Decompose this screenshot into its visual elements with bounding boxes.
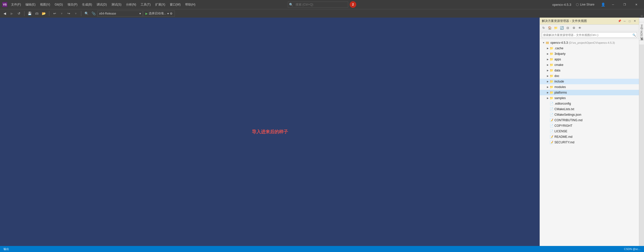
startup-settings-icon: ⚙ [170, 12, 173, 15]
root-chevron: ▼ [542, 41, 545, 45]
tree-item-readme[interactable]: 📝 README.md [540, 134, 639, 140]
tree-item-3rdparty[interactable]: ▶ 📁 3rdparty [540, 51, 639, 57]
tree-item-contributing[interactable]: 📝 CONTRIBUTING.md [540, 117, 639, 123]
panel-search-input[interactable] [542, 33, 632, 36]
menu-edit[interactable]: 编辑(E) [23, 2, 37, 8]
tree-item-modules[interactable]: ▶ 📁 modules [540, 84, 639, 90]
sidebar-tab-properties[interactable]: 属性 [639, 40, 644, 45]
panel-view-button[interactable]: 👁 [577, 25, 583, 31]
menu-help[interactable]: 帮助(H) [183, 2, 197, 8]
editor-area: 导入进来后的样子 [0, 18, 540, 246]
redo-dropdown[interactable]: ▾ [72, 10, 79, 17]
panel-folder-button[interactable]: 📁 [553, 25, 558, 31]
tree-item-apps[interactable]: ▶ 📁 apps [540, 57, 639, 62]
panel-pin-button[interactable]: 📌 [617, 19, 622, 23]
panel-collapse-button[interactable]: ⊟ [565, 25, 571, 31]
menu-build[interactable]: 生成(B) [80, 2, 94, 8]
tree-item-cache[interactable]: ▶ 📁 .cache [540, 46, 639, 51]
readme-file-icon: 📝 [549, 135, 553, 139]
main-area: 导入进来后的样子 解决方案资源管理器 - 文件夹视图 📌 ─ □ ✕ ↻ 🏠 📁… [0, 18, 644, 246]
config-dropdown[interactable]: x64-Release ▾ [97, 11, 143, 17]
panel-close-button[interactable]: ✕ [632, 19, 637, 23]
maximize-button[interactable]: ❐ [619, 0, 630, 9]
play-icon: ▶ [145, 12, 148, 15]
doc-chevron: ▶ [546, 74, 549, 78]
close-button[interactable]: ✕ [630, 0, 642, 9]
tree-item-platforms[interactable]: ▶ 📁 platforms [540, 90, 639, 95]
menu-tools[interactable]: 工具(T) [139, 2, 152, 8]
panel-settings-button[interactable]: ⚙ [571, 25, 577, 31]
tree-item-include[interactable]: ▶ 📁 include [540, 79, 639, 84]
menu-file[interactable]: 文件(F) [9, 2, 23, 8]
modules-chevron: ▶ [546, 85, 549, 89]
tree-item-cmake[interactable]: ▶ 📁 cmake [540, 62, 639, 68]
attach-button[interactable]: 📎 [90, 10, 97, 17]
apps-label: apps [554, 58, 561, 61]
redo-button[interactable]: ↪ [65, 10, 72, 17]
tree-item-license[interactable]: 📄 LICENSE [540, 129, 639, 134]
output-tab[interactable]: 输出 [3, 247, 10, 251]
apps-folder-icon: 📁 [549, 57, 553, 61]
security-spacer [546, 141, 549, 144]
global-search-box[interactable]: 🔍 [288, 2, 348, 8]
tree-item-cmakesettings[interactable]: 📄 CMakeSettings.json [540, 112, 639, 117]
menu-window[interactable]: 窗口(W) [168, 2, 183, 8]
search-in-file-button[interactable]: 🔍 [83, 10, 90, 17]
undo-button[interactable]: ↩ [51, 10, 58, 17]
tree-root[interactable]: ▼ opencv-4.5.3 (D:\vs_project\OpenCV\ope… [540, 40, 639, 46]
panel-maximize-button[interactable]: □ [627, 19, 632, 23]
include-label: include [554, 80, 564, 83]
status-left: 输出 [3, 247, 10, 251]
run-group: 🔍 📎 x64-Release ▾ ▶ 选择启动项... ▾ ⚙ [83, 10, 175, 17]
samples-chevron: ▶ [546, 96, 549, 100]
save-all-button[interactable]: 🗃 [33, 10, 40, 17]
panel-home-button[interactable]: 🏠 [547, 25, 552, 31]
menu-analyze[interactable]: 分析(N) [124, 2, 138, 8]
refresh-button[interactable]: ↺ [16, 10, 22, 17]
panel-refresh-button[interactable]: 🔄 [559, 25, 565, 31]
menu-bar: 文件(F) 编辑(E) 视图(V) Git(G) 项目(P) 生成(B) 调试(… [9, 2, 552, 8]
sidebar-tab-toolbox[interactable]: 工具箱 [639, 18, 644, 22]
forward-button[interactable]: ▶ [9, 10, 15, 17]
doc-folder-icon: 📁 [549, 74, 553, 78]
samples-folder-icon: 📁 [549, 96, 553, 100]
minimize-button[interactable]: ─ [607, 0, 619, 9]
global-search-input[interactable] [294, 3, 348, 6]
tree-item-data[interactable]: ▶ 📁 data [540, 68, 639, 73]
startup-button[interactable]: ▶ 选择启动项... ▾ ⚙ [143, 11, 175, 17]
open-file-button[interactable]: 📂 [41, 10, 47, 17]
sidebar-tab-csdn[interactable]: CSDN @sc [639, 22, 644, 40]
menu-git[interactable]: Git(G) [53, 2, 65, 7]
cmakelists-spacer [546, 107, 549, 111]
tree-item-samples[interactable]: ▶ 📁 samples [540, 95, 639, 101]
menu-debug[interactable]: 调试(D) [95, 2, 109, 8]
panel-minimize-button[interactable]: ─ [622, 19, 627, 23]
tree-item-security[interactable]: 📝 SECURITY.md [540, 140, 639, 145]
license-spacer [546, 130, 549, 133]
tree-item-editorconfig[interactable]: 📄 .editorconfig [540, 101, 639, 106]
menu-extensions[interactable]: 扩展(X) [153, 2, 167, 8]
live-share-button[interactable]: ⬡ Live Share [573, 2, 597, 8]
security-label: SECURITY.md [554, 141, 574, 144]
notification-badge[interactable]: 2 [350, 1, 356, 8]
samples-label: samples [554, 96, 566, 100]
status-csdn[interactable]: CSDN @sc... [623, 247, 641, 250]
tree-item-doc[interactable]: ▶ 📁 doc [540, 73, 639, 79]
contributing-spacer [546, 118, 549, 122]
tree-item-copyright[interactable]: 📄 COPYRIGHT [540, 123, 639, 129]
undo-dropdown[interactable]: ▾ [58, 10, 65, 17]
account-button[interactable]: 👤 [599, 2, 607, 8]
save-button[interactable]: 💾 [26, 10, 33, 17]
menu-project[interactable]: 项目(P) [65, 2, 79, 8]
data-label: data [554, 69, 560, 72]
data-chevron: ▶ [546, 69, 549, 72]
cmake-label: cmake [554, 63, 563, 67]
panel-sync-button[interactable]: ↻ [541, 25, 546, 31]
tree-item-cmakelists[interactable]: 📄 CMakeLists.txt [540, 106, 639, 112]
cmakesettings-label: CMakeSettings.json [554, 113, 581, 116]
menu-view[interactable]: 视图(V) [38, 2, 52, 8]
back-button[interactable]: ◀ [2, 10, 8, 17]
panel-search-input-wrapper[interactable]: 🔍 [542, 32, 637, 38]
cache-folder-icon: 📁 [549, 46, 553, 50]
menu-test[interactable]: 测试(S) [109, 2, 124, 8]
